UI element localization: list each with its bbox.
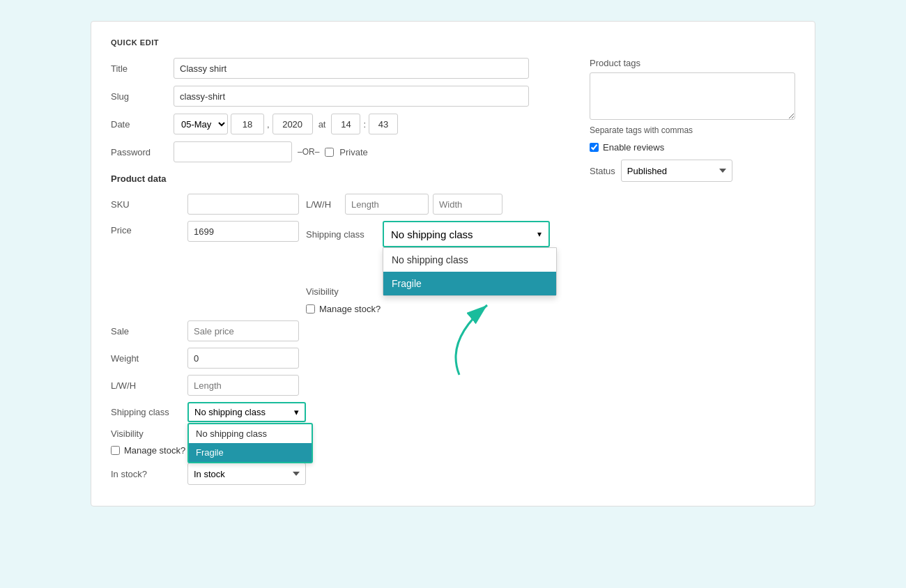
visibility-bottom-label: Visibility xyxy=(111,428,181,439)
small-shipping-select[interactable]: No shipping class ▾ xyxy=(187,402,306,422)
date-hour-input[interactable] xyxy=(331,114,360,134)
slug-label: Slug xyxy=(111,91,174,102)
right-column: Product tags Separate tags with commas E… xyxy=(590,58,795,485)
or-label: –OR– xyxy=(298,147,319,157)
sku-label: SKU xyxy=(111,199,181,210)
lwh-bottom-row: L/W/H xyxy=(111,375,573,396)
weight-row: Weight xyxy=(111,348,573,369)
date-year-input[interactable] xyxy=(272,114,313,134)
sku-lwh-row: SKU L/W/H xyxy=(111,194,573,215)
lwh-top-group: L/W/H xyxy=(306,194,573,215)
password-input[interactable] xyxy=(174,141,292,162)
big-shipping-arrow-icon: ▾ xyxy=(537,229,542,239)
status-select[interactable]: Published Draft Pending Review xyxy=(621,160,732,182)
price-input[interactable] xyxy=(187,221,299,242)
main-layout: Title Slug Date 05-May 01-Jan02-Feb03-Ma… xyxy=(111,58,795,485)
status-row: Status Published Draft Pending Review xyxy=(590,160,795,182)
private-label: Private xyxy=(339,147,367,157)
product-tags-label: Product tags xyxy=(590,58,795,68)
enable-reviews-checkbox[interactable] xyxy=(590,143,599,152)
small-shipping-wrapper: No shipping class ▾ No shipping class Fr… xyxy=(187,402,306,422)
lwh-top-label: L/W/H xyxy=(306,199,341,210)
date-row: Date 05-May 01-Jan02-Feb03-Mar 04-Apr06-… xyxy=(111,114,573,134)
sku-input[interactable] xyxy=(187,194,299,215)
sale-input[interactable] xyxy=(187,320,299,341)
password-input-group: –OR– Private xyxy=(174,141,368,162)
status-label: Status xyxy=(590,166,615,176)
title-row: Title xyxy=(111,58,573,79)
enable-reviews-label: Enable reviews xyxy=(603,142,664,153)
lwh-bottom-label: L/W/H xyxy=(111,380,181,391)
shipping-bottom-label: Shipping class xyxy=(111,407,181,417)
visibility-big-label: Visibility xyxy=(306,286,376,297)
manage-stock-big-checkbox[interactable] xyxy=(306,304,315,314)
enable-reviews-row: Enable reviews xyxy=(590,142,795,153)
password-label: Password xyxy=(111,147,174,157)
big-shipping-select[interactable]: No shipping class ▾ xyxy=(383,221,550,247)
width-top-input[interactable] xyxy=(433,194,502,215)
visibility-bottom-row: Visibility Featured xyxy=(111,428,573,439)
manage-stock-label: Manage stock? xyxy=(124,445,185,456)
product-tags-textarea[interactable] xyxy=(590,72,795,120)
product-data-title: Product data xyxy=(111,173,573,184)
sale-label: Sale xyxy=(111,326,181,336)
quick-edit-title: QUICK EDIT xyxy=(111,38,795,47)
shipping-bottom-row: Shipping class No shipping class ▾ No sh… xyxy=(111,402,573,422)
big-shipping-area: Shipping class No shipping class ▾ No sh… xyxy=(306,221,550,314)
shipping-class-top-label: Shipping class xyxy=(306,229,376,240)
in-stock-select[interactable]: In stock Out of stock On backorder xyxy=(187,463,306,485)
slug-input[interactable] xyxy=(174,86,529,107)
date-label: Date xyxy=(111,119,174,130)
weight-input[interactable] xyxy=(187,348,299,369)
small-shipping-arrow-icon: ▾ xyxy=(294,407,299,417)
big-shipping-option-fragile[interactable]: Fragile xyxy=(383,272,556,295)
title-input[interactable] xyxy=(174,58,529,79)
at-label: at xyxy=(318,119,326,130)
password-row: Password –OR– Private xyxy=(111,141,573,162)
manage-stock-big-label: Manage stock? xyxy=(319,304,381,314)
length-top-input[interactable] xyxy=(345,194,429,215)
in-stock-row: In stock? In stock Out of stock On backo… xyxy=(111,463,573,485)
manage-stock-row: Manage stock? xyxy=(111,445,573,456)
quick-edit-card: QUICK EDIT Title Slug Date 05-May 01-Jan… xyxy=(91,21,815,506)
slug-row: Slug xyxy=(111,86,573,107)
date-min-input[interactable] xyxy=(369,114,398,134)
private-checkbox[interactable] xyxy=(325,148,334,157)
small-shipping-value: No shipping class xyxy=(194,407,266,417)
date-day-input[interactable] xyxy=(231,114,264,134)
big-shipping-value: No shipping class xyxy=(391,229,473,240)
price-shipping-row: Price Shipping class No shipping class ▾ xyxy=(111,221,573,314)
big-shipping-dropdown: No shipping class Fragile xyxy=(383,247,557,296)
sale-row: Sale xyxy=(111,320,573,341)
date-month-select[interactable]: 05-May 01-Jan02-Feb03-Mar 04-Apr06-Jun07… xyxy=(174,114,228,134)
left-column: Title Slug Date 05-May 01-Jan02-Feb03-Ma… xyxy=(111,58,573,485)
price-label: Price xyxy=(111,221,181,235)
small-shipping-dropdown: No shipping class Fragile xyxy=(187,423,313,463)
colon-separator: : xyxy=(363,119,366,130)
tags-hint: Separate tags with commas xyxy=(590,125,795,135)
manage-stock-checkbox[interactable] xyxy=(111,446,120,455)
weight-label: Weight xyxy=(111,353,181,364)
in-stock-label: In stock? xyxy=(111,469,181,479)
big-shipping-option-no-class[interactable]: No shipping class xyxy=(383,248,556,272)
manage-stock-big-row: Manage stock? xyxy=(306,304,550,314)
date-inputs: 05-May 01-Jan02-Feb03-Mar 04-Apr06-Jun07… xyxy=(174,114,398,134)
length-bottom-input[interactable] xyxy=(187,375,299,396)
title-label: Title xyxy=(111,63,174,74)
small-option-fragile[interactable]: Fragile xyxy=(189,443,312,462)
product-data-section: SKU L/W/H Price Shipping class xyxy=(111,194,573,485)
small-option-no-class[interactable]: No shipping class xyxy=(189,424,312,443)
big-shipping-wrapper: No shipping class ▾ No shipping class Fr… xyxy=(383,221,550,247)
